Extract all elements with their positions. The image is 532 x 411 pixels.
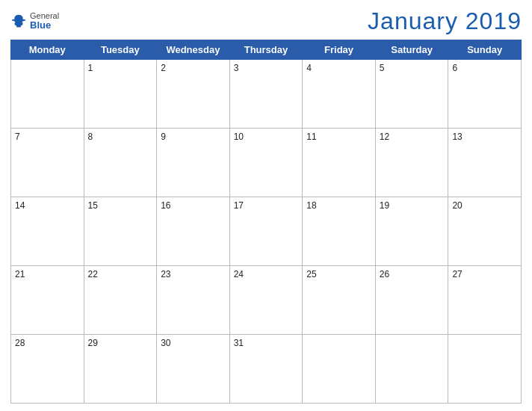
- calendar-cell: 11: [303, 129, 376, 197]
- calendar-cell: 30: [157, 335, 230, 404]
- day-number: 22: [88, 269, 98, 279]
- day-number: 11: [306, 132, 316, 142]
- week-row-3: 14151617181920: [11, 197, 522, 266]
- day-number: 21: [15, 269, 25, 279]
- day-number: 6: [452, 63, 457, 73]
- calendar-cell: 10: [229, 129, 303, 197]
- calendar-cell: [448, 335, 522, 404]
- logo-text: General Blue: [30, 11, 59, 31]
- day-number: 15: [88, 200, 98, 211]
- day-number: 20: [452, 200, 462, 211]
- day-number: 23: [161, 269, 170, 279]
- day-number: 28: [15, 338, 25, 348]
- header-thursday: Thursday: [229, 40, 303, 60]
- calendar-cell: 27: [448, 266, 522, 335]
- day-number: 27: [452, 269, 462, 279]
- day-number: 10: [234, 132, 244, 142]
- header-saturday: Saturday: [375, 40, 448, 60]
- day-number: 24: [234, 269, 244, 279]
- calendar-cell: 2: [157, 60, 230, 129]
- header-wednesday: Wednesday: [157, 40, 230, 60]
- month-title: January 2019: [368, 7, 522, 35]
- calendar-cell: 20: [448, 197, 522, 266]
- header-sunday: Sunday: [448, 40, 522, 60]
- calendar-cell: 21: [11, 266, 84, 335]
- calendar-cell: 5: [375, 60, 448, 129]
- calendar-cell: 4: [303, 60, 376, 129]
- day-number: 8: [88, 132, 93, 142]
- calendar-cell: 24: [229, 266, 303, 335]
- calendar-cell: 8: [84, 129, 157, 197]
- week-row-4: 21222324252627: [11, 266, 522, 335]
- calendar-body: 1234567891011121314151617181920212223242…: [11, 60, 522, 404]
- day-number: 26: [380, 269, 389, 279]
- logo: General Blue: [10, 11, 59, 31]
- calendar-cell: 16: [157, 197, 230, 266]
- calendar-cell: 12: [375, 129, 448, 197]
- calendar-cell: 19: [375, 197, 448, 266]
- day-number: 13: [452, 132, 462, 142]
- day-number: 29: [88, 338, 98, 348]
- calendar-cell: 15: [84, 197, 157, 266]
- calendar-cell: 14: [11, 197, 84, 266]
- week-row-5: 28293031: [11, 335, 522, 404]
- day-number: 4: [306, 63, 312, 73]
- calendar-cell: 25: [303, 266, 376, 335]
- calendar-cell: 18: [303, 197, 376, 266]
- day-number: 3: [234, 63, 239, 73]
- day-number: 2: [161, 63, 166, 73]
- calendar-cell: [11, 60, 84, 129]
- days-header-row: Monday Tuesday Wednesday Thursday Friday…: [11, 40, 522, 60]
- calendar-cell: 13: [448, 129, 522, 197]
- day-number: 7: [15, 132, 20, 142]
- calendar-cell: [375, 335, 448, 404]
- week-row-1: 123456: [11, 60, 522, 129]
- day-number: 30: [161, 338, 170, 348]
- day-number: 19: [380, 200, 389, 211]
- day-number: 14: [15, 200, 25, 211]
- day-number: 16: [161, 200, 170, 211]
- day-number: 18: [306, 200, 316, 211]
- calendar-cell: 9: [157, 129, 230, 197]
- page-header: General Blue January 2019: [10, 7, 522, 35]
- calendar-cell: 29: [84, 335, 157, 404]
- calendar-cell: 22: [84, 266, 157, 335]
- bird-icon: [10, 13, 27, 29]
- logo-blue: Blue: [30, 20, 59, 31]
- week-row-2: 78910111213: [11, 129, 522, 197]
- calendar-cell: 1: [84, 60, 157, 129]
- calendar-header: Monday Tuesday Wednesday Thursday Friday…: [11, 40, 522, 60]
- calendar-cell: 7: [11, 129, 84, 197]
- calendar-cell: 6: [448, 60, 522, 129]
- header-friday: Friday: [303, 40, 376, 60]
- day-number: 5: [380, 63, 385, 73]
- calendar-cell: [303, 335, 376, 404]
- calendar-cell: 17: [229, 197, 303, 266]
- calendar-cell: 28: [11, 335, 84, 404]
- header-tuesday: Tuesday: [84, 40, 157, 60]
- day-number: 1: [88, 63, 93, 73]
- day-number: 9: [161, 132, 166, 142]
- calendar-cell: 26: [375, 266, 448, 335]
- day-number: 17: [234, 200, 244, 211]
- day-number: 12: [380, 132, 389, 142]
- calendar-cell: 31: [229, 335, 303, 404]
- calendar-page: General Blue January 2019 Monday Tuesday…: [0, 0, 532, 411]
- day-number: 25: [306, 269, 316, 279]
- day-number: 31: [234, 338, 244, 348]
- calendar-cell: 3: [229, 60, 303, 129]
- calendar-cell: 23: [157, 266, 230, 335]
- calendar-table: Monday Tuesday Wednesday Thursday Friday…: [10, 40, 522, 404]
- header-monday: Monday: [11, 40, 84, 60]
